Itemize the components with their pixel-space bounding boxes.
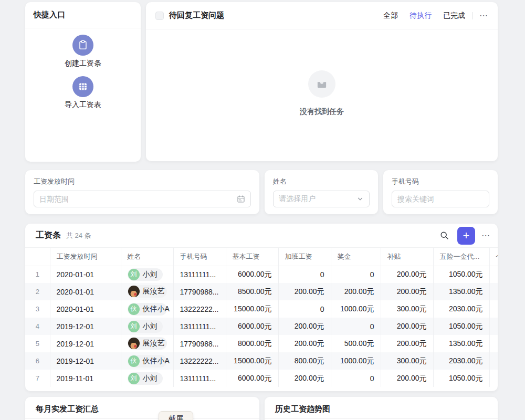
- create-payslip-label: 创建工资条: [25, 59, 141, 68]
- cell-phone[interactable]: 13222222...: [173, 352, 226, 370]
- cell-date[interactable]: 2019-11-01: [50, 370, 121, 387]
- tab-all[interactable]: 全部: [383, 11, 398, 20]
- cell-bonus[interactable]: 500.00元: [331, 335, 381, 352]
- phone-search-field[interactable]: [397, 195, 484, 203]
- tab-pending[interactable]: 待执行: [410, 11, 432, 20]
- cell-base[interactable]: 15000.00元: [226, 300, 278, 318]
- cell-name[interactable]: 展汝艺: [121, 335, 173, 352]
- row-index: 7: [25, 370, 50, 387]
- user-chip[interactable]: 刘小刘: [128, 320, 163, 333]
- cell-overtime[interactable]: 200.00元: [278, 335, 331, 352]
- cell-insurance[interactable]: 1350.00元: [433, 335, 489, 352]
- cell-name[interactable]: 刘小刘: [121, 318, 173, 335]
- calendar-icon[interactable]: [237, 195, 245, 203]
- cell-phone[interactable]: 13111111...: [173, 318, 226, 335]
- cell-date[interactable]: 2020-01-01: [50, 300, 121, 318]
- cell-overtime[interactable]: 800.00元: [278, 352, 331, 370]
- cell-subsidy[interactable]: 200.00元: [381, 318, 433, 335]
- cell-subsidy[interactable]: 200.00元: [381, 335, 433, 352]
- cell-insurance[interactable]: 1050.00元: [433, 370, 489, 387]
- add-payslip-button[interactable]: +: [457, 227, 475, 245]
- tasks-checkbox[interactable]: [155, 12, 164, 20]
- table-row[interactable]: 6 2019-12-01 伙伙伴小A 13222222... 15000.00元…: [25, 352, 498, 370]
- cell-clipped: [489, 370, 498, 387]
- col-subsidy[interactable]: 补贴: [381, 248, 433, 266]
- cell-phone[interactable]: 13222222...: [173, 300, 226, 318]
- table-row[interactable]: 2 2020-01-01 展汝艺 17790988... 8500.00元 20…: [25, 283, 498, 300]
- cell-subsidy[interactable]: 300.00元: [381, 300, 433, 318]
- col-bonus[interactable]: 奖金: [331, 248, 381, 266]
- cell-date[interactable]: 2020-01-01: [50, 283, 121, 300]
- cell-base[interactable]: 15000.00元: [226, 352, 278, 370]
- cell-insurance[interactable]: 1050.00元: [433, 318, 489, 335]
- cell-name[interactable]: 伙伙伴小A: [121, 352, 173, 370]
- cell-bonus[interactable]: 0: [331, 370, 381, 387]
- user-chip[interactable]: 伙伙伴小A: [128, 355, 167, 368]
- cell-phone[interactable]: 17790988...: [173, 283, 226, 300]
- cell-date[interactable]: 2019-12-01: [50, 335, 121, 352]
- cell-phone[interactable]: 13111111...: [173, 370, 226, 387]
- table-row[interactable]: 4 2019-12-01 刘小刘 13111111... 6000.00元 20…: [25, 318, 498, 335]
- cell-name[interactable]: 展汝艺: [121, 283, 173, 300]
- user-chip[interactable]: 刘小刘: [128, 268, 163, 281]
- create-payslip-button[interactable]: 创建工资条: [25, 35, 141, 68]
- cell-base[interactable]: 6000.00元: [226, 370, 278, 387]
- col-phone[interactable]: 手机号码: [173, 248, 226, 266]
- cell-bonus[interactable]: 1000.00元: [331, 300, 381, 318]
- import-salary-table-button[interactable]: 导入工资表: [25, 76, 141, 110]
- user-select[interactable]: 请选择用户: [273, 191, 370, 207]
- cell-base[interactable]: 8500.00元: [226, 283, 278, 300]
- cell-subsidy[interactable]: 300.00元: [381, 352, 433, 370]
- col-name[interactable]: 姓名: [121, 248, 173, 266]
- cell-insurance[interactable]: 1350.00元: [433, 283, 489, 300]
- table-row[interactable]: 7 2019-11-01 刘小刘 13111111... 6000.00元 20…: [25, 370, 498, 387]
- user-chip[interactable]: 展汝艺: [128, 285, 167, 298]
- cell-name[interactable]: 刘小刘: [121, 266, 173, 283]
- cell-bonus[interactable]: 0: [331, 266, 381, 283]
- cell-overtime[interactable]: 200.00元: [278, 318, 331, 335]
- cell-bonus[interactable]: 1000.00元: [331, 352, 381, 370]
- col-base[interactable]: 基本工资: [226, 248, 278, 266]
- cell-base[interactable]: 8000.00元: [226, 335, 278, 352]
- phone-search-input[interactable]: [392, 191, 489, 207]
- col-insurance[interactable]: 五险一金代...: [433, 248, 489, 266]
- cell-insurance[interactable]: 1050.00元: [433, 266, 489, 283]
- col-overtime[interactable]: 加班工资: [278, 248, 331, 266]
- tab-done[interactable]: 已完成: [443, 11, 465, 20]
- cell-base[interactable]: 6000.00元: [226, 318, 278, 335]
- search-icon[interactable]: [440, 231, 449, 240]
- cell-date[interactable]: 2020-01-01: [50, 266, 121, 283]
- user-chip[interactable]: 刘小刘: [128, 372, 163, 385]
- cell-overtime[interactable]: 200.00元: [278, 370, 331, 387]
- cell-insurance[interactable]: 2030.00元: [433, 300, 489, 318]
- table-row[interactable]: 3 2020-01-01 伙伙伴小A 13222222... 15000.00元…: [25, 300, 498, 318]
- cell-base[interactable]: 6000.00元: [226, 266, 278, 283]
- more-icon[interactable]: ⋯: [479, 12, 488, 20]
- table-row[interactable]: 5 2019-12-01 展汝艺 17790988... 8000.00元 20…: [25, 335, 498, 352]
- cell-date[interactable]: 2019-12-01: [50, 318, 121, 335]
- table-row[interactable]: 1 2020-01-01 刘小刘 13111111... 6000.00元 0 …: [25, 266, 498, 283]
- cell-subsidy[interactable]: 200.00元: [381, 266, 433, 283]
- date-range-input[interactable]: [34, 191, 251, 207]
- cell-phone[interactable]: 17790988...: [173, 335, 226, 352]
- cell-subsidy[interactable]: 200.00元: [381, 370, 433, 387]
- payslip-more-icon[interactable]: ⋯: [481, 232, 490, 240]
- divider: [265, 418, 498, 419]
- user-chip[interactable]: 伙伙伴小A: [128, 303, 167, 316]
- screenshot-tooltip[interactable]: 截屏: [159, 411, 193, 420]
- cell-bonus[interactable]: 0: [331, 318, 381, 335]
- cell-bonus[interactable]: 200.00元: [331, 283, 381, 300]
- date-range-field[interactable]: [39, 195, 237, 203]
- cell-name[interactable]: 伙伙伴小A: [121, 300, 173, 318]
- user-name: 小刘: [143, 374, 158, 383]
- user-chip[interactable]: 展汝艺: [128, 337, 167, 350]
- cell-phone[interactable]: 13111111...: [173, 266, 226, 283]
- cell-date[interactable]: 2019-12-01: [50, 352, 121, 370]
- col-date[interactable]: 工资发放时间: [50, 248, 121, 266]
- cell-subsidy[interactable]: 200.00元: [381, 283, 433, 300]
- cell-name[interactable]: 刘小刘: [121, 370, 173, 387]
- cell-overtime[interactable]: 0: [278, 300, 331, 318]
- cell-overtime[interactable]: 200.00元: [278, 283, 331, 300]
- cell-overtime[interactable]: 0: [278, 266, 331, 283]
- cell-insurance[interactable]: 2030.00元: [433, 352, 489, 370]
